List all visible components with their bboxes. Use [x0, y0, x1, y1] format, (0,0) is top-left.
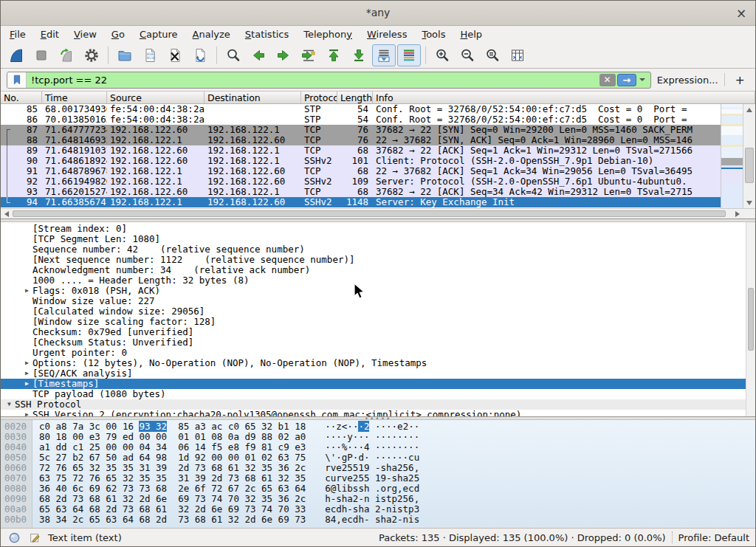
menu-analyze[interactable]: Analyze [185, 27, 238, 41]
open-file-button[interactable] [113, 44, 137, 66]
hex-row-0060[interactable]: 006072 76 65 32 35 35 31 39 2d 73 68 61 … [1, 463, 755, 473]
packet-row-89[interactable]: 8971.648191037192.168.122.60192.168.122.… [1, 145, 721, 156]
scroll-down-arrow-icon[interactable] [743, 198, 755, 208]
save-file-button[interactable]: 01010110 [138, 44, 162, 66]
go-forward-button[interactable] [272, 44, 295, 66]
hex-row-0070[interactable]: 007063 75 72 76 65 32 35 35 31 39 2d 73 … [1, 473, 755, 484]
close-window-button[interactable]: × [733, 5, 749, 21]
hex-row-00a0[interactable]: 00a065 63 64 68 2d 73 68 61 32 2d 6e 69 … [1, 504, 755, 515]
menu-tools[interactable]: Tools [414, 27, 453, 41]
expander-right-icon[interactable]: ▶ [21, 368, 32, 379]
profile-text[interactable]: Profile: Default [678, 532, 749, 543]
filter-bookmark-button[interactable] [7, 72, 27, 88]
expander-down-icon[interactable]: ▼ [4, 399, 15, 410]
menu-wireless[interactable]: Wireless [360, 27, 414, 41]
scroll-left-arrow-icon[interactable] [1, 209, 11, 219]
scrollbar-thumb[interactable] [13, 210, 726, 217]
scroll-up-arrow-icon[interactable] [743, 104, 755, 114]
detail-row[interactable]: Window size value: 227 [1, 296, 755, 306]
detail-row[interactable]: ▼SSH Protocol [1, 399, 755, 410]
hex-row-0080[interactable]: 008036 40 6c 69 62 73 73 68 2e 6f 72 67 … [1, 484, 755, 494]
column-header-length[interactable]: Length [337, 92, 373, 103]
menu-view[interactable]: View [66, 27, 104, 41]
menu-go[interactable]: Go [104, 27, 132, 41]
detail-row[interactable]: 1000 .... = Header Length: 32 bytes (8) [1, 275, 755, 286]
packet-row-88[interactable]: 8871.648146932192.168.122.1192.168.122.6… [1, 135, 721, 145]
filter-clear-button[interactable]: ✕ [599, 74, 616, 86]
scrollbar-thumb[interactable] [745, 148, 754, 183]
column-header-time[interactable]: Time [42, 92, 107, 103]
detail-row[interactable]: ▶Options: (12 bytes), No-Operation (NOP)… [1, 358, 755, 368]
detail-row[interactable]: [Window size scaling factor: 128] [1, 317, 755, 327]
column-header-destination[interactable]: Destination [205, 92, 301, 103]
detail-row[interactable]: ▶Flags: 0x018 (PSH, ACK) [1, 286, 755, 296]
packet-list-horizontal-scrollbar[interactable] [1, 208, 755, 219]
menu-edit[interactable]: Edit [33, 27, 66, 41]
detail-row[interactable]: [Checksum Status: Unverified] [1, 337, 755, 348]
add-filter-button[interactable]: + [731, 73, 749, 87]
go-to-packet-button[interactable] [297, 44, 320, 66]
details-vertical-scrollbar[interactable] [746, 222, 755, 416]
hex-row-0020[interactable]: 0020c0 a8 7a 3c 00 16 93 32 85 a3 ac c0 … [1, 422, 755, 432]
hex-row-0050[interactable]: 00505c 27 b2 67 50 ad 64 98 1d 92 00 00 … [1, 453, 755, 463]
go-last-packet-button[interactable] [347, 44, 371, 66]
expander-right-icon[interactable]: ▶ [21, 379, 32, 389]
resize-columns-button[interactable] [506, 44, 529, 66]
go-first-packet-button[interactable] [322, 44, 346, 66]
menu-statistics[interactable]: Statistics [238, 27, 296, 41]
hex-row-0090[interactable]: 009068 2d 73 68 61 32 2d 6e 69 73 74 70 … [1, 494, 755, 504]
auto-scroll-button[interactable] [372, 44, 396, 66]
packet-row-87[interactable]: 8771.647777234192.168.122.60192.168.122.… [1, 125, 721, 135]
detail-row[interactable]: TCP payload (1080 bytes) [1, 389, 755, 399]
menu-help[interactable]: Help [453, 27, 489, 41]
packet-row-91[interactable]: 9171.648789678192.168.122.1192.168.122.6… [1, 166, 721, 176]
detail-row[interactable]: Acknowledgment number: 34 (relative ack … [1, 265, 755, 275]
expression-button[interactable]: Expression... [657, 75, 718, 86]
expert-info-button[interactable] [7, 530, 21, 545]
intelligent-scrollbar-minimap[interactable] [721, 104, 743, 208]
packet-row-94[interactable]: 9471.663856741192.168.122.1192.168.122.6… [1, 197, 721, 207]
packet-row-92[interactable]: 9271.661949820192.168.122.1192.168.122.6… [1, 176, 721, 187]
scrollbar-thumb[interactable] [748, 288, 754, 350]
capture-comment-button[interactable] [27, 530, 42, 545]
detail-row[interactable]: [TCP Segment Len: 1080] [1, 234, 755, 244]
detail-row[interactable]: [Next sequence number: 1122 (relative se… [1, 255, 755, 265]
capture-options-button[interactable] [80, 44, 103, 66]
detail-row[interactable]: Sequence number: 42 (relative sequence n… [1, 244, 755, 255]
packet-list-vertical-scrollbar[interactable] [743, 104, 755, 208]
menu-capture[interactable]: Capture [132, 27, 185, 41]
expander-right-icon[interactable]: ▶ [21, 286, 32, 296]
hex-row-0040[interactable]: 0040a1 dd c1 25 00 00 04 34 06 14 f5 e8 … [1, 442, 755, 453]
zoom-out-button[interactable] [456, 44, 479, 66]
packet-row-85[interactable]: 8568.001734936fe:54:00:d4:38:2aSTP54Conf… [1, 104, 721, 114]
detail-row[interactable]: ▶[SEQ/ACK analysis] [1, 368, 755, 379]
column-header-source[interactable]: Source [107, 92, 205, 103]
display-filter-input[interactable] [27, 72, 599, 88]
expander-right-icon[interactable]: ▶ [21, 410, 32, 417]
start-capture-button[interactable] [4, 44, 28, 66]
detail-row[interactable]: ▶[Timestamps] [1, 379, 755, 389]
packet-row-93[interactable]: 9371.662015274192.168.122.60192.168.122.… [1, 187, 721, 197]
stop-capture-button[interactable] [30, 44, 53, 66]
hex-row-0030[interactable]: 003080 18 00 e3 79 ed 00 00 01 01 08 0a … [1, 432, 755, 442]
menu-file[interactable]: File [2, 27, 33, 41]
column-header-protocol[interactable]: Protocol [301, 92, 337, 103]
find-packet-button[interactable] [221, 44, 245, 66]
hex-row-00b0[interactable]: 00b038 34 2c 65 63 64 68 2d 73 68 61 32 … [1, 515, 755, 525]
go-back-button[interactable] [247, 44, 270, 66]
colorize-packets-button[interactable] [397, 44, 421, 66]
column-header-info[interactable]: Info [373, 92, 755, 103]
menu-telephony[interactable]: Telephony [296, 27, 360, 41]
reload-file-button[interactable] [188, 44, 212, 66]
filter-apply-button[interactable]: → [617, 74, 636, 86]
filter-dropdown-button[interactable] [636, 74, 648, 86]
column-header-no[interactable]: No. [1, 92, 42, 103]
detail-row[interactable]: [Stream index: 0] [1, 224, 755, 234]
scroll-right-arrow-icon[interactable] [732, 209, 743, 219]
zoom-in-button[interactable] [430, 44, 454, 66]
expander-right-icon[interactable]: ▶ [21, 358, 32, 368]
packet-row-90[interactable]: 9071.648618924192.168.122.60192.168.122.… [1, 156, 721, 166]
close-file-button[interactable] [163, 44, 187, 66]
restart-capture-button[interactable] [55, 44, 78, 66]
detail-row[interactable]: Urgent pointer: 0 [1, 348, 755, 358]
